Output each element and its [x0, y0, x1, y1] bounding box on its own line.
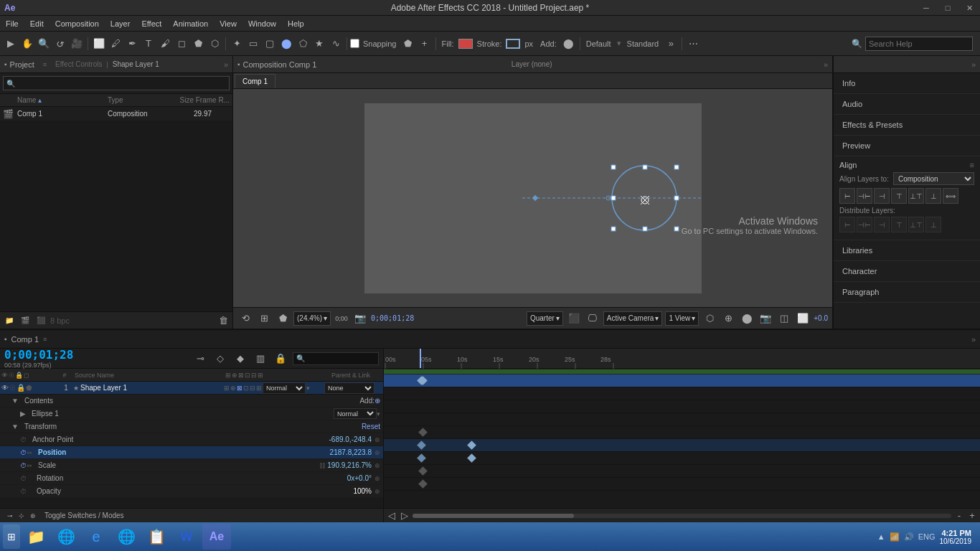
maximize-button[interactable]: □ — [937, 0, 958, 16]
sw6[interactable]: ⊞ — [256, 385, 262, 392]
comp-mask-btn[interactable]: ⬟ — [275, 311, 291, 326]
rotation-kf[interactable] — [418, 466, 428, 476]
feather-tool[interactable]: 🖊 — [108, 36, 123, 52]
right-panel-audio[interactable]: Audio — [834, 94, 980, 115]
toggle-label[interactable]: Toggle Switches / Modes — [44, 512, 124, 519]
sw3[interactable]: ⊠ — [237, 385, 242, 392]
work-area-indicator[interactable] — [384, 369, 980, 374]
comp-region-btn[interactable]: ⬜ — [795, 311, 811, 326]
shape-rect-tool[interactable]: ▭ — [245, 36, 261, 52]
rotation-stopwatch[interactable]: ⏱ — [20, 475, 27, 482]
dist-vcenter-btn[interactable]: ⊥⊤ — [908, 217, 924, 232]
workspace-expand[interactable]: » — [663, 36, 679, 52]
ellipse-blend-mode[interactable]: Normal — [334, 408, 377, 419]
menu-layer[interactable]: Layer — [105, 16, 136, 31]
comp-panel-expand[interactable]: » — [824, 60, 828, 69]
transport-motion2[interactable]: ◆ — [232, 351, 248, 367]
layer-star[interactable]: ★ — [73, 385, 79, 392]
scale-stopwatch[interactable]: ⏱ — [20, 462, 27, 469]
align-menu-btn[interactable]: ≡ — [970, 161, 974, 169]
eraser-tool[interactable]: ◻ — [174, 36, 189, 52]
pen-tool[interactable]: ✒ — [124, 36, 140, 52]
playhead[interactable] — [420, 349, 421, 368]
opacity-expression[interactable]: ⊕ — [374, 488, 380, 495]
layer-search-input[interactable] — [293, 352, 379, 365]
blending-mode-select[interactable]: Normal — [263, 382, 306, 394]
sw1[interactable]: ⊞ — [224, 385, 230, 392]
comp-tab-comp1[interactable]: Comp 1 — [235, 74, 275, 88]
align-right-btn[interactable]: ⊣ — [874, 188, 890, 204]
menu-view[interactable]: View — [214, 16, 242, 31]
comp-grid-btn[interactable]: ⊞ — [256, 311, 272, 326]
align-top-btn[interactable]: ⊤ — [891, 188, 907, 204]
timeline-transport1[interactable]: ⊸ — [4, 510, 16, 522]
opacity-kf[interactable] — [418, 479, 428, 489]
pos-kf1[interactable] — [417, 441, 426, 450]
shape-round-tool[interactable]: ▢ — [262, 36, 278, 52]
comp-pixel-ratio[interactable]: 🖵 — [585, 311, 600, 326]
taskbar-aftereffects[interactable]: Ae — [202, 524, 231, 550]
right-panel-paragraph[interactable]: Paragraph — [834, 282, 980, 303]
menu-file[interactable]: File — [0, 16, 24, 31]
rotation-expression[interactable]: ⊕ — [374, 475, 380, 482]
pos-kf2[interactable] — [467, 441, 476, 450]
scale-kf2[interactable] — [467, 453, 476, 463]
shape-poly-tool[interactable]: ⬠ — [295, 36, 311, 52]
comp-3d-btn[interactable]: ⬡ — [702, 311, 717, 326]
minimize-button[interactable]: ─ — [915, 0, 937, 16]
sw7[interactable]: ▾ — [306, 385, 310, 392]
scale-kf1[interactable] — [417, 453, 426, 463]
selection-tool[interactable]: ▶ — [3, 36, 19, 52]
scale-link[interactable]: ⇔ — [27, 462, 32, 469]
align-hcenter-btn[interactable]: ⊣⊢ — [857, 188, 872, 204]
comp-checkerboard[interactable]: ⬛ — [566, 311, 582, 326]
hand-tool[interactable]: ✋ — [19, 36, 35, 52]
comp-reset-btn[interactable]: ⟲ — [237, 311, 253, 326]
dist-hcenter-btn[interactable]: ⊣⊢ — [857, 217, 872, 232]
camera-view-control[interactable]: Active Camera ▾ — [603, 311, 663, 326]
start-button[interactable]: ⊞ — [3, 524, 20, 549]
comp-snapshot-btn[interactable]: 📷 — [758, 311, 773, 326]
ellipse-triangle[interactable]: ▶ — [20, 410, 26, 418]
shape-star-tool[interactable]: ✦ — [229, 36, 245, 52]
view-count-control[interactable]: 1 View ▾ — [665, 311, 699, 326]
align-vcenter-btn[interactable]: ⊥⊤ — [908, 188, 924, 204]
quality-control[interactable]: Quarter ▾ — [527, 311, 563, 326]
anchor-kf[interactable] — [418, 428, 428, 437]
layer-lock-icon[interactable]: 🔒 — [17, 384, 25, 392]
sw4[interactable]: ⊡ — [243, 385, 249, 392]
menu-effect[interactable]: Effect — [136, 16, 167, 31]
right-panel-preview[interactable]: Preview — [834, 136, 980, 156]
transform-triangle[interactable]: ▼ — [11, 423, 19, 430]
bezier-tool[interactable]: ∿ — [328, 36, 344, 52]
tl-nav-next[interactable]: ▷ — [400, 511, 410, 521]
position-stopwatch[interactable]: ⏱ — [20, 449, 27, 456]
scale-value[interactable]: 190.9,216.7% — [327, 461, 372, 469]
comp-timecode-btn[interactable]: 0;00 — [334, 311, 349, 326]
sw2[interactable]: ⊕ — [230, 385, 236, 392]
project-search-input[interactable] — [3, 76, 230, 90]
stamp-tool[interactable]: ⬟ — [190, 36, 206, 52]
anchor-expression[interactable]: ⊕ — [374, 436, 380, 443]
snap-tool-2[interactable]: + — [417, 36, 433, 52]
dist-right-btn[interactable]: ⊣ — [874, 217, 890, 232]
camera-tool[interactable]: 🎥 — [69, 36, 85, 52]
taskbar-explorer[interactable]: 📁 — [22, 524, 50, 550]
menu-edit[interactable]: Edit — [24, 16, 50, 31]
search-help-input[interactable] — [865, 37, 973, 51]
scrollbar-thumb[interactable] — [413, 514, 574, 518]
add-btn-inline[interactable]: ⊕ — [374, 397, 380, 405]
stroke-swatch[interactable] — [506, 39, 520, 49]
timeline-menu[interactable]: ≡ — [43, 336, 47, 343]
menu-animation[interactable]: Animation — [167, 16, 214, 31]
menu-window[interactable]: Window — [242, 16, 282, 31]
comp-transparency-btn[interactable]: ◫ — [776, 311, 792, 326]
taskbar-edge[interactable]: 🌐 — [112, 524, 141, 550]
dist-bottom-btn[interactable]: ⊥ — [925, 217, 941, 232]
layer-row-shape1[interactable]: 👁 ☉ 🔒 ⬟ 1 ★ Shape Layer 1 ⊞ ⊕ ⊠ ⊡ ⊟ ⊞ No… — [0, 382, 383, 395]
zoom-control[interactable]: (24.4%) ▾ — [293, 311, 331, 326]
sw5[interactable]: ⊟ — [250, 385, 255, 392]
right-panel-expand[interactable]: » — [971, 60, 976, 69]
close-button[interactable]: ✕ — [958, 0, 980, 16]
layer-eye-icon[interactable]: 👁 — [1, 384, 9, 392]
